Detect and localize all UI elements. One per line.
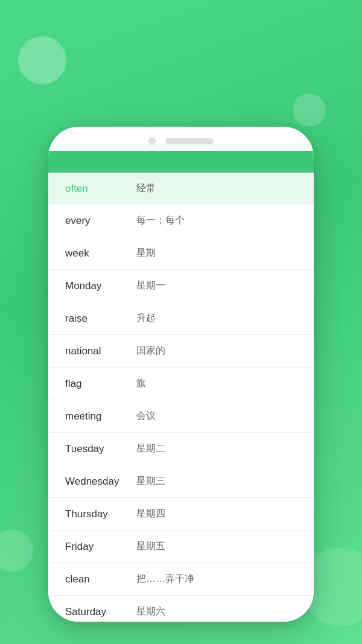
word-english: Saturday — [65, 606, 125, 618]
word-english: often — [65, 183, 125, 195]
word-item[interactable]: Thursday星期四 — [48, 498, 314, 531]
word-english: meeting — [65, 410, 125, 422]
phone-topbar — [48, 127, 314, 151]
word-chinese: 星期四 — [136, 508, 165, 520]
word-chinese: 会议 — [136, 410, 156, 422]
word-item[interactable]: Tuesday星期二 — [48, 433, 314, 465]
header-area — [0, 30, 362, 35]
word-list: often经常every每一；每个week星期Monday星期一raise升起n… — [48, 173, 314, 622]
word-item[interactable]: meeting会议 — [48, 400, 314, 433]
deco-circle-bl — [0, 529, 33, 572]
deco-circle-tl — [18, 36, 66, 84]
word-chinese: 升起 — [136, 312, 156, 325]
unit-header — [48, 151, 314, 173]
word-item[interactable]: Monday星期一 — [48, 270, 314, 302]
word-chinese: 星期六 — [136, 605, 165, 618]
word-chinese: 国家的 — [136, 345, 165, 357]
word-english: Wednesday — [65, 476, 125, 488]
word-chinese: 每一；每个 — [136, 214, 185, 227]
word-chinese: 星期一 — [136, 279, 165, 292]
word-item[interactable]: every每一；每个 — [48, 205, 314, 237]
word-english: every — [65, 215, 125, 227]
word-item[interactable]: flag旗 — [48, 368, 314, 400]
word-item[interactable]: Wednesday星期三 — [48, 465, 314, 498]
word-english: flag — [65, 378, 125, 390]
word-english: Friday — [65, 541, 125, 553]
phone-camera — [148, 138, 156, 145]
word-chinese: 星期二 — [136, 442, 165, 455]
word-item[interactable]: raise升起 — [48, 302, 314, 335]
word-english: national — [65, 345, 125, 357]
word-item[interactable]: national国家的 — [48, 335, 314, 368]
word-chinese: 星期五 — [136, 540, 165, 553]
word-item[interactable]: often经常 — [48, 173, 314, 205]
word-english: raise — [65, 313, 125, 325]
phone-mockup: often经常every每一；每个week星期Monday星期一raise升起n… — [48, 127, 314, 622]
word-english: clean — [65, 573, 125, 585]
phone-speaker — [165, 138, 214, 144]
word-chinese: 经常 — [136, 182, 156, 195]
word-english: Monday — [65, 280, 125, 292]
word-chinese: 星期三 — [136, 475, 165, 488]
word-chinese: 旗 — [136, 377, 146, 390]
word-english: Thursday — [65, 508, 125, 520]
word-english: week — [65, 247, 125, 260]
word-chinese: 把……弄干净 — [136, 573, 194, 585]
word-chinese: 星期 — [136, 247, 156, 260]
word-item[interactable]: Saturday星期六 — [48, 596, 314, 622]
word-item[interactable]: Friday星期五 — [48, 531, 314, 563]
deco-circle-tr — [293, 94, 326, 127]
word-english: Tuesday — [65, 443, 125, 455]
word-item[interactable]: week星期 — [48, 237, 314, 270]
word-item[interactable]: clean把……弄干净 — [48, 563, 314, 596]
